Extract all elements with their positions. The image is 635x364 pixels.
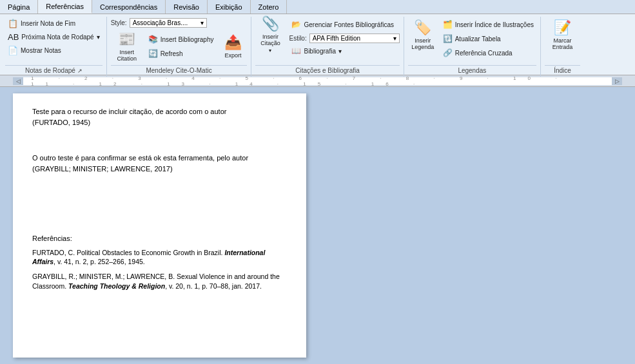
mostrar-icon: 📄 <box>8 46 18 55</box>
estilo-label: Estilo: <box>289 35 306 42</box>
notas-group-expand[interactable]: ↗ <box>77 68 83 74</box>
marcar-entrada-button[interactable]: 📝 Marcar Entrada <box>545 17 580 52</box>
group-mendeley: Style: Associação Bras.... ▾ 📰 Insert Ci… <box>107 17 252 77</box>
ribbon: 📋 Inserir Nota de Fim AB Próxima Nota de… <box>0 14 635 75</box>
ruler-inner: 1 · 2 · 3 · 4 · 5 · 6 · 7 · 8 · 9 · 10 ·… <box>23 77 612 85</box>
marcar-icon: 📝 <box>554 19 571 36</box>
style-dropdown[interactable]: Associação Bras.... ▾ <box>130 18 207 28</box>
inserir-legenda-button[interactable]: 🏷️ Inserir Legenda <box>408 17 438 52</box>
ruler-right-icon: ▷ <box>615 78 620 84</box>
proxima-nota-rodape-button[interactable]: AB Próxima Nota de Rodapé ▾ <box>5 30 103 43</box>
proxima-nota-icon: AB <box>8 32 19 42</box>
ref-item-2: GRAYBILL, R.; MINISTER, M.; LAWRENCE, B.… <box>32 272 287 291</box>
paragraph2: O outro teste é para confirmar se está o… <box>32 153 287 174</box>
atualizar-tabela-icon: 🔃 <box>443 34 453 43</box>
referencia-cruzada-button[interactable]: 🔗 Referência Cruzada <box>440 46 536 59</box>
mostrar-notas-button[interactable]: 📄 Mostrar Notas <box>5 44 103 57</box>
refresh-icon: 🔄 <box>148 49 158 58</box>
group-legendas: 🏷️ Inserir Legenda 🗂️ Inserir Índice de … <box>404 17 541 77</box>
nota-fim-icon: 📋 <box>8 19 18 28</box>
ref-title: Referências: <box>32 233 287 244</box>
referencia-cruzada-icon: 🔗 <box>443 48 453 57</box>
tab-revisao[interactable]: Revisão <box>166 0 208 14</box>
dropdown-arrow: ▾ <box>97 34 100 41</box>
tab-zotero[interactable]: Zotero <box>251 0 288 14</box>
inserir-citacao-button[interactable]: 📎 Inserir Citação ▾ <box>255 17 285 52</box>
ruler-left-icon: ◁ <box>16 78 21 84</box>
gerenciar-icon: 📂 <box>291 20 301 29</box>
tab-referencias[interactable]: Referências <box>38 0 92 14</box>
group-citacoes: 📎 Inserir Citação ▾ 📂 Gerenciar Fontes B… <box>251 17 404 77</box>
ruler: ◁ 1 · 2 · 3 · 4 · 5 · 6 · 7 · 8 · 9 · 10… <box>0 75 635 87</box>
insert-citation-button[interactable]: 📰 Insert Citation <box>111 30 143 62</box>
bibliografia-icon: 📖 <box>291 46 301 55</box>
insert-bibliography-icon: 📚 <box>148 35 158 44</box>
export-icon: 📤 <box>224 34 242 51</box>
ref-item-1: FURTADO, C. Political Obstacles to Econo… <box>32 248 287 267</box>
inserir-indice-button[interactable]: 🗂️ Inserir Índice de Ilustrações <box>440 18 536 31</box>
group-notas: 📋 Inserir Nota de Fim AB Próxima Nota de… <box>1 17 107 77</box>
atualizar-tabela-button[interactable]: 🔃 Atualizar Tabela <box>440 32 536 45</box>
inserir-citacao-icon: 📎 <box>262 15 279 32</box>
tab-pagina[interactable]: Página <box>0 0 38 14</box>
refresh-button[interactable]: 🔄 Refresh <box>146 47 217 60</box>
inserir-legenda-icon: 🏷️ <box>414 19 431 36</box>
inserir-nota-fim-button[interactable]: 📋 Inserir Nota de Fim <box>5 17 103 30</box>
tab-correspondencias[interactable]: Correspondências <box>92 0 166 14</box>
export-button[interactable]: 📤 Export <box>219 30 247 62</box>
insert-citation-icon: 📰 <box>118 31 135 48</box>
inserir-indice-icon: 🗂️ <box>443 20 453 29</box>
gerenciar-fontes-button[interactable]: 📂 Gerenciar Fontes Bibliográficas <box>289 18 399 31</box>
group-indice: 📝 Marcar Entrada Índice <box>541 17 584 77</box>
bibliografia-button[interactable]: 📖 Bibliografia ▾ <box>289 44 399 57</box>
references-section: Referências: FURTADO, C. Political Obsta… <box>32 233 287 291</box>
doc-area: Teste para o recurso de incluir citação,… <box>0 87 635 364</box>
insert-bibliography-button[interactable]: 📚 Insert Bibliography <box>146 33 217 46</box>
tab-exibicao[interactable]: Exibição <box>208 0 251 14</box>
page-container: Teste para o recurso de incluir citação,… <box>13 87 635 364</box>
tab-bar: Página Referências Correspondências Revi… <box>0 0 635 14</box>
sidebar-left <box>0 87 13 364</box>
style-label: Style: <box>111 19 127 26</box>
estilo-dropdown[interactable]: APA Fifth Edition ▾ <box>309 34 400 43</box>
document-page[interactable]: Teste para o recurso de incluir citação,… <box>13 93 306 358</box>
paragraph1: Teste para o recurso de incluir citação,… <box>32 106 287 128</box>
